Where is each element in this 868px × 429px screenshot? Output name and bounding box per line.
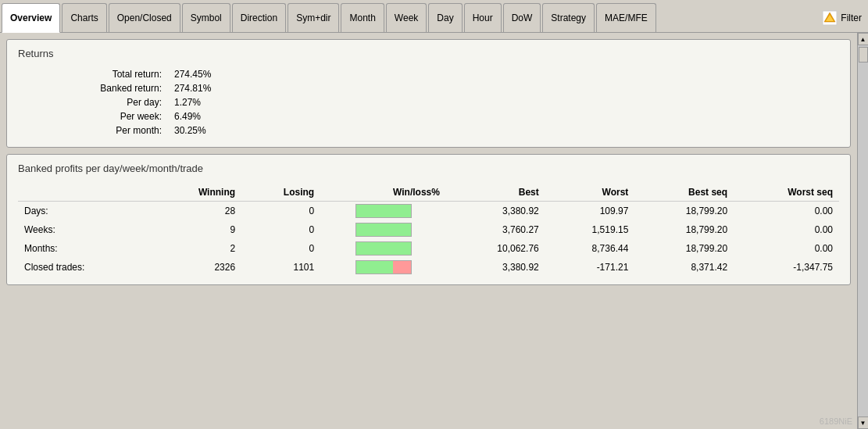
returns-value: 30.25% <box>174 125 237 136</box>
profits-row: Closed trades:232611013,380.92-171.218,3… <box>18 258 839 277</box>
tab-week[interactable]: Week <box>386 3 427 32</box>
tab-bar: OverviewChartsOpen/ClosedSymbolDirection… <box>0 0 868 33</box>
scrollbar: ▲ ▼ <box>857 33 868 429</box>
profits-worst-seq: 0.00 <box>734 220 839 239</box>
winloss-bar <box>355 204 412 218</box>
tab-sym-dir[interactable]: Sym+dir <box>288 3 339 32</box>
content-area: Returns Total return:274.45%Banked retur… <box>0 33 857 429</box>
profits-worst: -171.21 <box>545 258 635 277</box>
profits-col-header: Best <box>446 184 545 202</box>
returns-value: 274.81% <box>174 83 237 94</box>
tab-overview[interactable]: Overview <box>2 3 60 33</box>
returns-label: Per week: <box>18 111 174 122</box>
profits-worst: 109.97 <box>545 202 635 221</box>
profits-row-label: Months: <box>18 239 152 258</box>
profits-best: 3,380.92 <box>446 202 545 221</box>
tab-direction[interactable]: Direction <box>232 3 286 32</box>
watermark: 6189NiE <box>820 416 852 426</box>
profits-row-label: Days: <box>18 202 152 221</box>
profits-worst-seq: -1,347.75 <box>734 258 839 277</box>
profits-losing: 0 <box>241 239 320 258</box>
profits-row: Months:2010,062.768,736.4418,799.200.00 <box>18 239 839 258</box>
profits-winning: 2 <box>152 239 242 258</box>
filter-icon <box>822 10 838 26</box>
profits-best: 3,760.27 <box>446 220 545 239</box>
returns-value: 274.45% <box>174 69 237 80</box>
tab-mae-mfe[interactable]: MAE/MFE <box>596 3 656 32</box>
profits-losing: 0 <box>241 202 320 221</box>
winloss-green <box>356 205 411 217</box>
scroll-thumb[interactable] <box>859 47 868 63</box>
returns-label: Banked return: <box>18 83 174 94</box>
returns-row: Total return:274.45% <box>18 69 839 80</box>
profits-winning: 28 <box>152 202 242 221</box>
profits-losing: 1101 <box>241 258 320 277</box>
returns-value: 1.27% <box>174 97 237 108</box>
profits-winloss-bar-cell <box>320 220 446 239</box>
profits-row: Days:2803,380.92109.9718,799.200.00 <box>18 202 839 221</box>
profits-worst-seq: 0.00 <box>734 202 839 221</box>
profits-title: Banked profits per day/week/month/trade <box>18 163 839 174</box>
profits-best: 10,062.76 <box>446 239 545 258</box>
returns-value: 6.49% <box>174 111 237 122</box>
profits-row-label: Closed trades: <box>18 258 152 277</box>
profits-losing: 0 <box>241 220 320 239</box>
profits-col-header: Losing <box>241 184 320 202</box>
scroll-track[interactable] <box>858 45 869 416</box>
returns-row: Per month:30.25% <box>18 125 839 136</box>
profits-panel: Banked profits per day/week/month/trade … <box>6 154 851 285</box>
profits-worst-seq: 0.00 <box>734 239 839 258</box>
profits-winloss-bar-cell <box>320 202 446 221</box>
profits-col-header: Win/loss% <box>320 184 446 202</box>
winloss-bar <box>355 241 412 256</box>
profits-best-seq: 8,371.42 <box>634 258 734 277</box>
filter-button[interactable]: Filter <box>816 3 868 32</box>
tab-day[interactable]: Day <box>428 3 462 32</box>
scroll-down-button[interactable]: ▼ <box>858 416 869 429</box>
winloss-red <box>393 261 410 273</box>
profits-best: 3,380.92 <box>446 258 545 277</box>
profits-best-seq: 18,799.20 <box>634 202 734 221</box>
profits-row-label: Weeks: <box>18 220 152 239</box>
profits-table: WinningLosingWin/loss%BestWorstBest seqW… <box>18 184 839 277</box>
profits-col-header: Winning <box>152 184 242 202</box>
returns-table: Total return:274.45%Banked return:274.81… <box>18 69 839 136</box>
returns-label: Per day: <box>18 97 174 108</box>
returns-row: Per day:1.27% <box>18 97 839 108</box>
profits-col-header: Worst <box>545 184 635 202</box>
tab-dow[interactable]: DoW <box>503 3 541 32</box>
tab-month[interactable]: Month <box>341 3 384 32</box>
returns-title: Returns <box>18 48 839 59</box>
tab-symbol[interactable]: Symbol <box>182 3 230 32</box>
profits-best-seq: 18,799.20 <box>634 239 734 258</box>
profits-row: Weeks:903,760.271,519.1518,799.200.00 <box>18 220 839 239</box>
returns-row: Banked return:274.81% <box>18 83 839 94</box>
tab-strategy[interactable]: Strategy <box>542 3 595 32</box>
profits-winloss-bar-cell <box>320 239 446 258</box>
profits-col-header: Best seq <box>634 184 734 202</box>
profits-worst: 8,736.44 <box>545 239 635 258</box>
winloss-green <box>356 261 394 273</box>
tab-charts[interactable]: Charts <box>62 3 106 32</box>
returns-label: Total return: <box>18 69 174 80</box>
profits-winloss-bar-cell <box>320 258 446 277</box>
profits-winning: 9 <box>152 220 242 239</box>
profits-worst: 1,519.15 <box>545 220 635 239</box>
profits-col-header: Worst seq <box>734 184 839 202</box>
profits-col-header <box>18 184 152 202</box>
winloss-bar <box>355 260 412 274</box>
winloss-bar <box>355 223 412 237</box>
tab-hour[interactable]: Hour <box>464 3 502 32</box>
returns-panel: Returns Total return:274.45%Banked retur… <box>6 39 851 148</box>
tab-open-closed[interactable]: Open/Closed <box>109 3 180 32</box>
profits-best-seq: 18,799.20 <box>634 220 734 239</box>
returns-label: Per month: <box>18 125 174 136</box>
profits-winning: 2326 <box>152 258 242 277</box>
returns-row: Per week:6.49% <box>18 111 839 122</box>
scroll-up-button[interactable]: ▲ <box>858 33 869 45</box>
winloss-green <box>356 223 411 236</box>
winloss-green <box>356 242 411 255</box>
